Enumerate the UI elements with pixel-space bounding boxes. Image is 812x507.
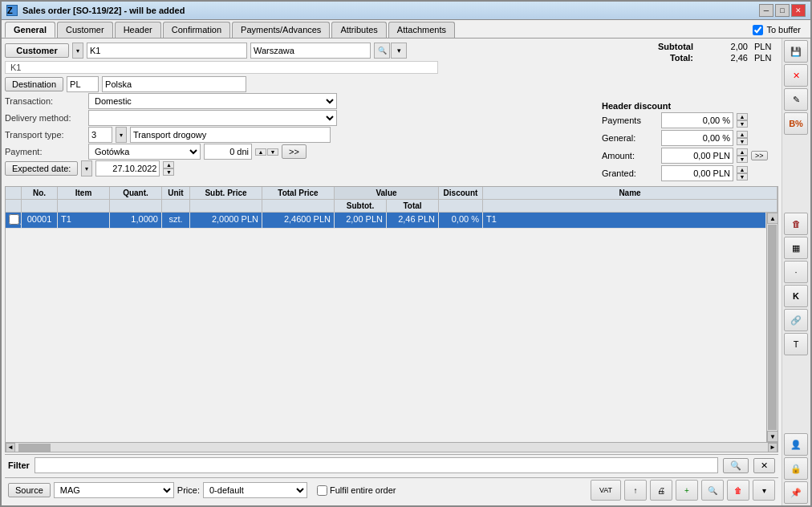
source-select[interactable]: MAG <box>54 482 174 498</box>
payment-method-select[interactable]: Gotówka <box>88 144 201 160</box>
title-bar: Z Sales order [SO-119/22] - will be adde… <box>2 2 810 20</box>
tab-customer[interactable]: Customer <box>57 22 113 38</box>
print-button[interactable]: 🖨 <box>650 480 672 501</box>
payments-discount-input[interactable] <box>661 112 733 128</box>
granted-down[interactable]: ▼ <box>737 173 748 180</box>
customer-dropdown-arrow[interactable]: ▾ <box>72 43 83 59</box>
transaction-label: Transaction: <box>5 96 85 106</box>
tab-attachments[interactable]: Attachments <box>388 22 455 38</box>
find-button[interactable]: 🔍 <box>701 480 724 501</box>
sidebar-save-btn[interactable]: 💾 <box>784 40 808 63</box>
value-group-header: Value <box>335 187 439 199</box>
header-discount-title: Header discount <box>602 101 778 111</box>
customer-more-icon[interactable]: ▾ <box>391 43 407 59</box>
tab-attributes[interactable]: Attributes <box>331 22 386 38</box>
general-down[interactable]: ▼ <box>737 138 748 145</box>
customer-city-input[interactable] <box>250 43 371 59</box>
granted-discount-input[interactable] <box>661 165 733 181</box>
sidebar-percent-btn[interactable]: B% <box>784 112 808 135</box>
tab-header[interactable]: Header <box>115 22 161 38</box>
title-bar-left: Z Sales order [SO-119/22] - will be adde… <box>6 5 185 16</box>
tab-general[interactable]: General <box>5 22 55 38</box>
sidebar-dot-btn[interactable]: · <box>784 261 808 283</box>
subt-price-header2 <box>190 200 262 212</box>
payment-days-input[interactable] <box>204 144 252 160</box>
payments-down[interactable]: ▼ <box>737 120 748 128</box>
customer-button[interactable]: Customer <box>5 43 69 58</box>
payment-more-button[interactable]: >> <box>282 144 307 159</box>
sidebar-pin-btn[interactable]: 📌 <box>784 481 808 504</box>
scroll-thumb[interactable] <box>768 225 777 430</box>
source-button[interactable]: Source <box>8 483 51 497</box>
payment-spin: ▲ ▼ <box>255 148 278 156</box>
sidebar-link-btn[interactable]: 🔗 <box>784 309 808 331</box>
scroll-up-btn[interactable]: ▲ <box>767 213 777 224</box>
transport-type-dropdown[interactable]: ▾ <box>116 127 127 143</box>
expected-date-input[interactable] <box>95 160 160 176</box>
more-button[interactable]: ▾ <box>753 480 775 501</box>
general-discount-input[interactable] <box>661 130 733 146</box>
granted-up[interactable]: ▲ <box>737 166 748 173</box>
general-up[interactable]: ▲ <box>737 131 748 138</box>
customer-search-icon[interactable]: 🔍 <box>374 43 390 59</box>
minimize-button[interactable]: ─ <box>759 4 773 17</box>
transport-type-description[interactable] <box>130 127 331 143</box>
quant-header: Quant. <box>110 187 162 199</box>
delivery-method-label: Delivery method: <box>5 113 85 123</box>
payment-days-down[interactable]: ▼ <box>267 148 278 156</box>
customer-code-input[interactable] <box>87 43 247 59</box>
date-up[interactable]: ▲ <box>163 161 174 168</box>
maximize-button[interactable]: □ <box>775 4 790 17</box>
amount-up[interactable]: ▲ <box>737 148 748 156</box>
date-down[interactable]: ▼ <box>163 168 174 176</box>
destination-country-code[interactable] <box>67 76 99 92</box>
filter-search-button[interactable]: 🔍 <box>723 458 749 473</box>
export-button[interactable]: ↑ <box>624 480 647 501</box>
payments-up[interactable]: ▲ <box>737 113 748 120</box>
row-checkbox[interactable] <box>9 214 19 225</box>
sidebar-edit-btn[interactable]: ✎ <box>784 88 808 111</box>
row-subt-price: 2,0000 PLN <box>190 213 262 228</box>
sidebar-k-btn[interactable]: K <box>784 285 808 307</box>
amount-down[interactable]: ▼ <box>737 156 748 163</box>
amount-more-button[interactable]: >> <box>751 151 768 160</box>
name-header: Name <box>483 187 777 199</box>
sidebar-close-btn[interactable]: ✕ <box>784 64 808 87</box>
close-button[interactable]: ✕ <box>791 4 806 17</box>
table-scrollbar-v[interactable]: ▲ ▼ <box>766 213 777 442</box>
sidebar-lock-btn[interactable]: 🔒 <box>784 457 808 480</box>
table-row[interactable]: 00001 T1 1,0000 szt. 2,0000 PLN 2,4600 P… <box>6 213 766 229</box>
row-discount: 0,00 % <box>439 213 483 228</box>
scroll-down-btn[interactable]: ▼ <box>767 431 777 442</box>
scroll-h-thumb[interactable] <box>18 444 51 452</box>
subtotal-label: Subtotal <box>658 42 693 51</box>
tab-payments[interactable]: Payments/Advances <box>232 22 330 38</box>
tab-confirmation[interactable]: Confirmation <box>163 22 230 38</box>
destination-button[interactable]: Destination <box>5 77 63 91</box>
sidebar-grid-btn[interactable]: ▦ <box>784 237 808 259</box>
expected-date-dropdown[interactable]: ▾ <box>81 160 92 176</box>
sidebar-text-btn[interactable]: T <box>784 333 808 355</box>
to-buffer-checkbox[interactable] <box>753 25 763 35</box>
transaction-select[interactable]: Domestic <box>88 93 337 109</box>
scroll-left-btn[interactable]: ◄ <box>6 443 15 452</box>
add-button[interactable]: + <box>676 480 698 501</box>
amount-discount-input[interactable] <box>661 148 733 164</box>
scroll-right-btn[interactable]: ► <box>768 443 777 452</box>
sidebar-delete-btn[interactable]: 🗑 <box>784 213 808 235</box>
table-scrollbar-h[interactable]: ◄ ► <box>6 442 777 452</box>
transport-type-number[interactable] <box>88 127 112 143</box>
filter-input[interactable] <box>35 457 718 473</box>
delivery-method-select[interactable] <box>88 110 337 126</box>
fulfill-checkbox[interactable] <box>317 485 327 496</box>
payment-days-up[interactable]: ▲ <box>255 148 266 156</box>
vat-button[interactable]: VAT <box>591 480 621 501</box>
price-select[interactable]: 0-default <box>203 482 307 498</box>
quant-header2 <box>110 200 162 212</box>
sidebar-person-btn[interactable]: 👤 <box>784 433 808 456</box>
destination-country-name[interactable] <box>102 76 246 92</box>
filter-clear-button[interactable]: ✕ <box>753 458 775 473</box>
total-currency: PLN <box>754 53 778 63</box>
delete-button[interactable]: 🗑 <box>727 480 749 501</box>
expected-date-button[interactable]: Expected date: <box>5 161 78 176</box>
